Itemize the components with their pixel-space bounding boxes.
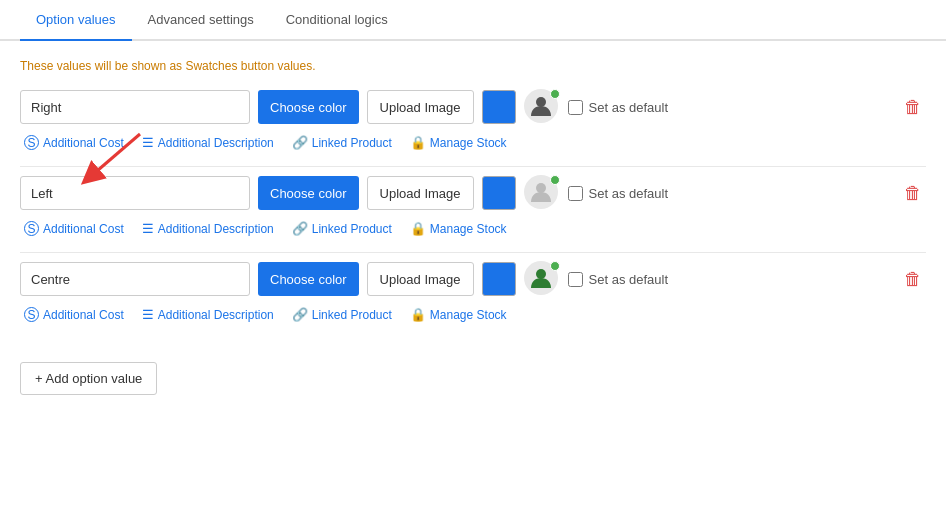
tab-advanced-settings[interactable]: Advanced settings (132, 0, 270, 41)
additional-description-right[interactable]: ☰ Additional Description (142, 135, 274, 150)
set-default-label-left: Set as default (589, 186, 669, 201)
set-default-label-right: Set as default (589, 100, 669, 115)
manage-stock-label-centre: Manage Stock (430, 308, 507, 322)
desc-icon-left: ☰ (142, 221, 154, 236)
dollar-icon-left: S (24, 221, 39, 236)
tab-conditional-logics[interactable]: Conditional logics (270, 0, 404, 41)
option-name-input-centre[interactable] (20, 262, 250, 296)
info-text: These values will be shown as Swatches b… (20, 59, 926, 73)
dollar-icon-centre: S (24, 307, 39, 322)
linked-product-label-right: Linked Product (312, 136, 392, 150)
option-row-left: Choose color Upload Image Set as default (20, 175, 926, 253)
avatar-wrap-right (524, 89, 560, 125)
linked-product-label-centre: Linked Product (312, 308, 392, 322)
choose-color-button-left[interactable]: Choose color (258, 176, 359, 210)
manage-stock-left[interactable]: 🔒 Manage Stock (410, 221, 507, 236)
dollar-icon-right: S (24, 135, 39, 150)
desc-icon-right: ☰ (142, 135, 154, 150)
linked-product-label-left: Linked Product (312, 222, 392, 236)
color-swatch-right[interactable] (482, 90, 516, 124)
link-icon-right: 🔗 (292, 135, 308, 150)
delete-button-right[interactable]: 🗑 (900, 93, 926, 122)
choose-color-button-right[interactable]: Choose color (258, 90, 359, 124)
linked-product-left[interactable]: 🔗 Linked Product (292, 221, 392, 236)
lock-icon-centre: 🔒 (410, 307, 426, 322)
add-option-value-button[interactable]: + Add option value (20, 362, 157, 395)
tabs-bar: Option values Advanced settings Conditio… (0, 0, 946, 41)
avatar-wrap-centre (524, 261, 560, 297)
choose-color-button-centre[interactable]: Choose color (258, 262, 359, 296)
desc-icon-centre: ☰ (142, 307, 154, 322)
set-default-wrap-left: Set as default (568, 186, 669, 201)
link-icon-left: 🔗 (292, 221, 308, 236)
manage-stock-label-right: Manage Stock (430, 136, 507, 150)
additional-cost-left[interactable]: S Additional Cost (24, 221, 124, 236)
upload-image-button-left[interactable]: Upload Image (367, 176, 474, 210)
sub-actions-centre: S Additional Cost ☰ Additional Descripti… (20, 307, 926, 322)
additional-description-label-right: Additional Description (158, 136, 274, 150)
svg-point-2 (536, 183, 546, 193)
tab-option-values[interactable]: Option values (20, 0, 132, 41)
additional-cost-centre[interactable]: S Additional Cost (24, 307, 124, 322)
avatar-dot-right (550, 89, 560, 99)
content-area: These values will be shown as Swatches b… (0, 41, 946, 413)
delete-button-centre[interactable]: 🗑 (900, 265, 926, 294)
set-default-checkbox-left[interactable] (568, 186, 583, 201)
color-swatch-left[interactable] (482, 176, 516, 210)
option-row-right: Choose color Upload Image Set as default (20, 89, 926, 167)
delete-button-left[interactable]: 🗑 (900, 179, 926, 208)
option-name-input-right[interactable] (20, 90, 250, 124)
option-main-right: Choose color Upload Image Set as default (20, 89, 926, 125)
sub-actions-left: S Additional Cost ☰ Additional Descripti… (20, 221, 926, 236)
additional-description-centre[interactable]: ☰ Additional Description (142, 307, 274, 322)
option-name-input-left[interactable] (20, 176, 250, 210)
avatar-wrap-left (524, 175, 560, 211)
linked-product-right[interactable]: 🔗 Linked Product (292, 135, 392, 150)
manage-stock-centre[interactable]: 🔒 Manage Stock (410, 307, 507, 322)
main-container: Option values Advanced settings Conditio… (0, 0, 946, 526)
linked-product-centre[interactable]: 🔗 Linked Product (292, 307, 392, 322)
set-default-checkbox-right[interactable] (568, 100, 583, 115)
color-swatch-centre[interactable] (482, 262, 516, 296)
additional-cost-label-centre: Additional Cost (43, 308, 124, 322)
upload-image-button-centre[interactable]: Upload Image (367, 262, 474, 296)
manage-stock-label-left: Manage Stock (430, 222, 507, 236)
sub-actions-right: S Additional Cost ☰ Additional Descripti… (20, 135, 926, 150)
additional-description-left[interactable]: ☰ Additional Description (142, 221, 274, 236)
additional-cost-label-left: Additional Cost (43, 222, 124, 236)
svg-point-3 (536, 269, 546, 279)
svg-point-0 (536, 97, 546, 107)
option-row-centre: Choose color Upload Image Set as default (20, 261, 926, 338)
additional-cost-label-right: Additional Cost (43, 136, 124, 150)
link-icon-centre: 🔗 (292, 307, 308, 322)
avatar-dot-left (550, 175, 560, 185)
set-default-wrap-right: Set as default (568, 100, 669, 115)
lock-icon-left: 🔒 (410, 221, 426, 236)
lock-icon-right: 🔒 (410, 135, 426, 150)
set-default-label-centre: Set as default (589, 272, 669, 287)
manage-stock-right[interactable]: 🔒 Manage Stock (410, 135, 507, 150)
additional-description-label-left: Additional Description (158, 222, 274, 236)
option-main-centre: Choose color Upload Image Set as default (20, 261, 926, 297)
additional-description-label-centre: Additional Description (158, 308, 274, 322)
additional-cost-right[interactable]: S Additional Cost (24, 135, 124, 150)
option-main-left: Choose color Upload Image Set as default (20, 175, 926, 211)
set-default-wrap-centre: Set as default (568, 272, 669, 287)
set-default-checkbox-centre[interactable] (568, 272, 583, 287)
upload-image-button-right[interactable]: Upload Image (367, 90, 474, 124)
avatar-dot-centre (550, 261, 560, 271)
